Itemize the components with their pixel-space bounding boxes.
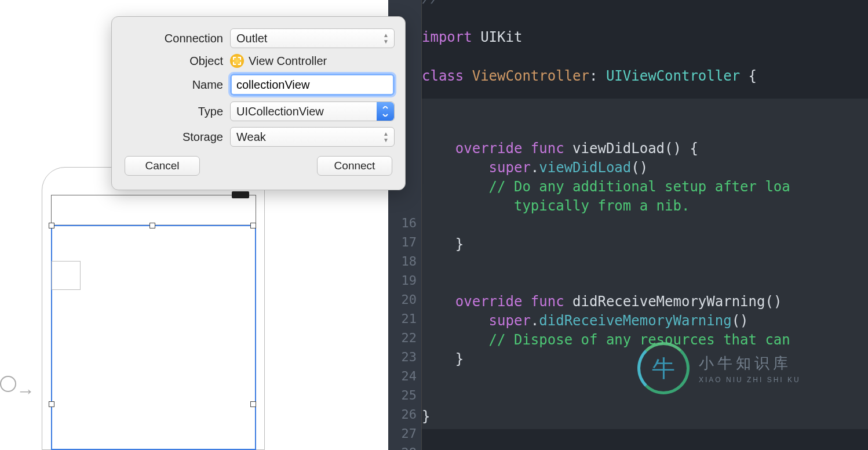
watermark-title: 小牛知识库 (699, 353, 801, 373)
name-input[interactable] (230, 74, 395, 96)
line-number: 28 (393, 445, 417, 450)
outlet-connection-popover: Connection Outlet ▲▼ Object View Control… (111, 16, 406, 190)
code-line[interactable]: class ViewController: UIViewController { (422, 67, 868, 86)
selection-handle[interactable] (250, 401, 256, 407)
line-number: 21 (393, 311, 417, 326)
device-notch (232, 191, 249, 198)
code-line[interactable]: import UIKit (422, 28, 868, 47)
viewcontroller-icon (230, 54, 244, 68)
storage-value: Weak (236, 130, 266, 144)
line-number: 18 (393, 254, 417, 268)
connect-button[interactable]: Connect (317, 156, 392, 176)
selection-handle[interactable] (149, 223, 155, 228)
code-line[interactable]: override func didReceiveMemoryWarning() (422, 292, 868, 311)
connection-value: Outlet (236, 32, 267, 45)
code-line[interactable]: } (422, 235, 868, 254)
line-number: 27 (393, 426, 417, 441)
watermark-subtitle: XIAO NIU ZHI SHI KU (699, 376, 801, 384)
object-label: Object (122, 55, 230, 68)
object-value: View Controller (249, 55, 327, 68)
stepper-icon: ▲▼ (381, 130, 391, 143)
name-label: Name (122, 78, 230, 92)
cancel-button[interactable]: Cancel (125, 156, 200, 176)
uicollectionview-selection[interactable] (51, 225, 256, 450)
watermark-logo-icon: 牛 (637, 342, 690, 394)
connection-select[interactable]: Outlet ▲▼ (230, 28, 395, 48)
watermark: 牛 小牛知识库 XIAO NIU ZHI SHI KU (637, 342, 801, 394)
code-line[interactable]: super.didReceiveMemoryWarning() (422, 311, 868, 331)
line-number: 23 (393, 350, 417, 364)
code-line[interactable]: // (422, 0, 868, 8)
line-number: 19 (393, 273, 417, 288)
stepper-icon: ▲▼ (381, 32, 391, 45)
line-number: 24 (393, 369, 417, 383)
selection-handle[interactable] (49, 223, 54, 228)
line-number: 20 (393, 292, 417, 307)
chevron-down-icon[interactable] (377, 102, 394, 121)
code-line[interactable]: override func viewDidLoad() { (422, 139, 868, 158)
collectionview-cell[interactable] (52, 261, 81, 290)
segue-start-icon[interactable] (0, 376, 16, 392)
type-label: Type (122, 105, 230, 118)
line-number: 25 (393, 388, 417, 402)
type-combobox[interactable]: UICollectionView (230, 101, 395, 121)
type-value: UICollectionView (236, 105, 324, 118)
line-number: 17 (393, 235, 417, 249)
selection-handle[interactable] (250, 223, 256, 228)
code-line[interactable]: } (422, 407, 868, 426)
arrow-right-icon: → (16, 380, 35, 402)
code-line[interactable]: typically from a nib. (422, 197, 868, 216)
status-bar-area (51, 195, 256, 225)
line-number: 26 (393, 407, 417, 422)
line-number: 22 (393, 331, 417, 345)
line-number: 16 (393, 216, 417, 230)
connection-label: Connection (122, 32, 230, 45)
storage-select[interactable]: Weak ▲▼ (230, 127, 395, 147)
storage-label: Storage (122, 130, 230, 144)
selection-handle[interactable] (49, 401, 54, 407)
code-line[interactable]: // Do any additional setup after loa (422, 177, 868, 197)
code-line[interactable]: super.viewDidLoad() (422, 158, 868, 177)
